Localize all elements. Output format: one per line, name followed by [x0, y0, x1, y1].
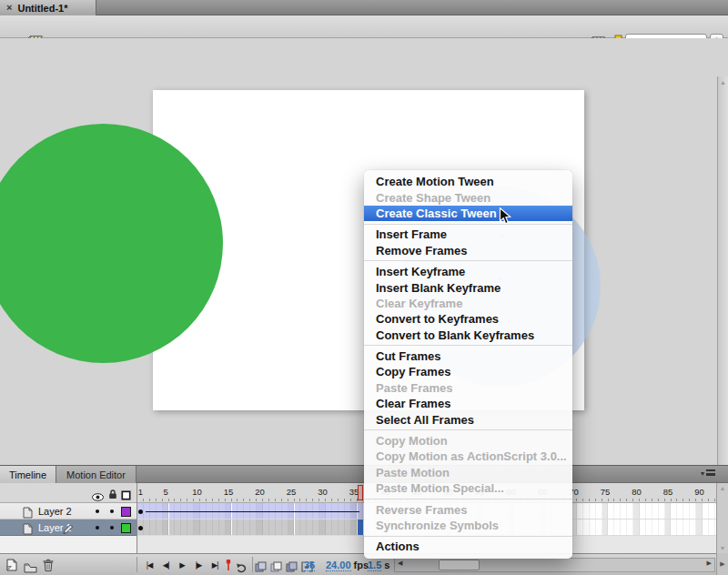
selected-frame[interactable]	[358, 520, 364, 536]
menu-item-insert-frame[interactable]: Insert Frame	[364, 227, 572, 242]
frame-cell[interactable]	[609, 520, 615, 536]
frame-cell[interactable]	[232, 520, 238, 536]
go-to-last-frame-button[interactable]: ▶|	[207, 558, 223, 572]
frame-cell[interactable]	[614, 520, 621, 536]
playhead[interactable]	[358, 485, 364, 500]
frame-cell[interactable]	[633, 520, 640, 536]
frame-cell[interactable]	[319, 520, 326, 536]
menu-item-convert-to-keyframes[interactable]: Convert to Keyframes	[364, 311, 572, 327]
elapsed-time-value[interactable]: 1.5	[368, 560, 381, 571]
frame-cell[interactable]	[596, 520, 602, 536]
frame-cell[interactable]	[339, 520, 345, 536]
step-forward-button[interactable]: |▶	[190, 558, 207, 572]
scroll-up-icon[interactable]: ▲	[717, 485, 728, 491]
frame-cell[interactable]	[677, 503, 683, 520]
frame-cell[interactable]	[659, 503, 665, 520]
frame-cell[interactable]	[332, 520, 339, 536]
frame-cell[interactable]	[351, 520, 358, 536]
new-layer-icon[interactable]	[5, 559, 18, 575]
playhead-marker-icon[interactable]	[226, 559, 231, 575]
frame-cell[interactable]	[157, 520, 163, 536]
frame-cell[interactable]	[646, 503, 652, 520]
frame-cell[interactable]	[194, 520, 200, 536]
frame-cell[interactable]	[583, 520, 590, 536]
play-button[interactable]: ▶	[174, 558, 190, 572]
onion-skin-outlines-icon[interactable]	[270, 560, 282, 575]
step-back-button[interactable]: ◀|	[157, 558, 174, 572]
new-folder-icon[interactable]	[24, 560, 37, 575]
frame-cell[interactable]	[640, 503, 646, 520]
layer-outline-color-swatch[interactable]	[121, 523, 131, 533]
tab-motion-editor[interactable]: Motion Editor	[56, 466, 136, 483]
scrollbar-thumb[interactable]	[439, 560, 480, 570]
frame-cell[interactable]	[633, 503, 640, 520]
frame-cell[interactable]	[609, 503, 615, 520]
frame-cell[interactable]	[219, 520, 226, 536]
scroll-down-icon[interactable]: ▼	[717, 545, 728, 551]
go-to-first-frame-button[interactable]: |◀	[141, 558, 157, 572]
frame-cell[interactable]	[596, 503, 602, 520]
scroll-up-icon[interactable]: ▲	[718, 79, 728, 86]
layer-visibility-dot[interactable]	[96, 526, 99, 530]
menu-item-cut-frames[interactable]: Cut Frames	[364, 348, 572, 364]
frame-cell[interactable]	[276, 520, 282, 536]
frame-cell[interactable]	[646, 520, 652, 536]
frame-cell[interactable]	[652, 503, 659, 520]
frame-cell[interactable]	[282, 520, 288, 536]
elapsed-time-display[interactable]: 1.5 s	[368, 560, 389, 571]
scrollbar-corner[interactable]: ▶	[716, 553, 728, 575]
frame-cell[interactable]	[345, 520, 351, 536]
layer-lock-dot[interactable]	[110, 526, 114, 530]
frame-cell[interactable]	[238, 520, 244, 536]
layer-row-layer-1[interactable]: Layer 1	[0, 520, 136, 536]
outline-square-icon[interactable]	[121, 488, 131, 504]
frame-cell[interactable]	[169, 520, 176, 536]
frame-cell[interactable]	[640, 520, 646, 536]
frame-cell[interactable]	[181, 520, 187, 536]
frame-cell[interactable]	[288, 520, 295, 536]
frame-cell[interactable]	[696, 520, 703, 536]
frame-cell[interactable]	[295, 520, 301, 536]
current-frame-value[interactable]: 36	[304, 560, 315, 571]
layer-visibility-dot[interactable]	[96, 509, 99, 513]
frame-cell[interactable]	[250, 520, 257, 536]
frame-cell[interactable]	[602, 503, 609, 520]
frame-cell[interactable]	[683, 503, 690, 520]
frame-cell[interactable]	[583, 503, 590, 520]
frame-cell[interactable]	[621, 503, 627, 520]
frame-cell[interactable]	[300, 520, 307, 536]
frame-cell[interactable]	[709, 503, 715, 520]
frame-cell[interactable]	[200, 520, 207, 536]
layer-outline-color-swatch[interactable]	[121, 507, 131, 517]
frame-cell[interactable]	[590, 503, 596, 520]
frame-cell[interactable]	[263, 520, 269, 536]
timeline-horizontal-scrollbar[interactable]: ◀ ▶	[394, 558, 715, 572]
timeline-vertical-scrollbar[interactable]: ▲ ▼	[716, 483, 728, 553]
frame-cell[interactable]	[614, 503, 621, 520]
menu-item-convert-to-blank-keyframes[interactable]: Convert to Blank Keyframes	[364, 328, 572, 343]
frame-cell[interactable]	[226, 520, 232, 536]
loop-icon[interactable]	[235, 560, 250, 575]
frame-cell[interactable]	[709, 520, 715, 536]
layer-row-layer-2[interactable]: Layer 2	[0, 503, 136, 520]
menu-item-actions[interactable]: Actions	[364, 539, 572, 554]
delete-layer-icon[interactable]	[43, 559, 54, 575]
menu-item-select-all-frames[interactable]: Select All Frames	[364, 411, 572, 427]
frame-cell[interactable]	[213, 520, 219, 536]
document-tab[interactable]: × Untitled-1*	[0, 0, 96, 15]
frame-cell[interactable]	[683, 520, 690, 536]
frame-cell[interactable]	[175, 520, 181, 536]
frame-cell[interactable]	[307, 520, 313, 536]
lock-icon[interactable]	[108, 487, 117, 503]
frame-cell[interactable]	[150, 520, 157, 536]
frame-cell[interactable]	[326, 520, 332, 536]
frame-cell[interactable]	[577, 503, 583, 520]
frame-cell[interactable]	[144, 520, 150, 536]
frame-cell[interactable]	[665, 503, 672, 520]
keyframe-dot[interactable]	[138, 509, 143, 514]
frame-cell[interactable]	[257, 520, 263, 536]
frame-cell[interactable]	[672, 503, 678, 520]
panel-menu-icon[interactable]: ▾	[701, 469, 715, 478]
frame-cell[interactable]	[602, 520, 609, 536]
frame-cell[interactable]	[627, 503, 633, 520]
